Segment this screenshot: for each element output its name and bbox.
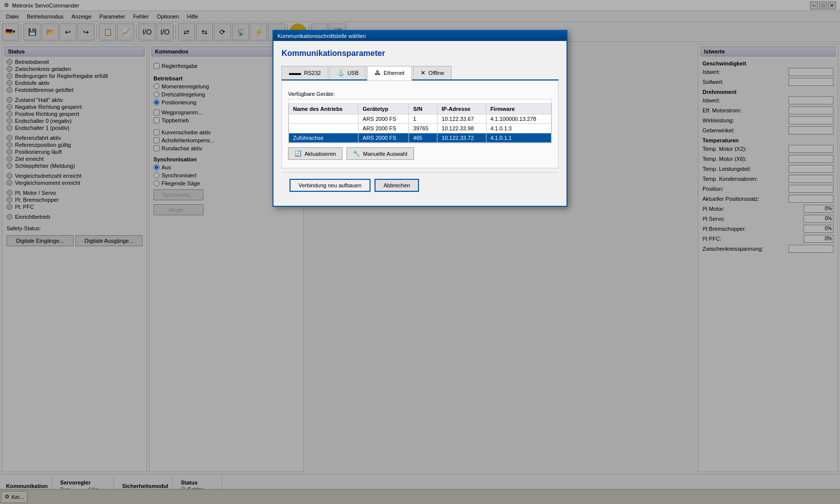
tab-rs232-label: RS232 <box>304 70 321 76</box>
row0-fw: 4.1.100000.13.278 <box>486 114 551 124</box>
manuelle-auswahl-button[interactable]: 🔧 Manuelle Auswahl <box>346 147 414 160</box>
row0-sn: 1 <box>409 114 438 124</box>
table-header-row: Name des Antriebs Gerätetyp S/N IP-Adres… <box>289 104 552 114</box>
aktualisieren-label: Aktualisieren <box>304 151 336 157</box>
dialog-overlay: Kommunikationsschnittstelle wählen Kommu… <box>0 0 840 504</box>
refresh-icon: 🔄 <box>294 150 302 157</box>
table-row[interactable]: ARS 2000 FS 1 10.122.33.67 4.1.100000.13… <box>289 114 552 124</box>
dialog-main-title: Kommunikationsparameter <box>282 49 558 58</box>
row0-ip: 10.122.33.67 <box>438 114 486 124</box>
rs232-icon: ▬▬ <box>289 69 301 76</box>
kommunikation-dialog: Kommunikationsschnittstelle wählen Kommu… <box>272 30 568 207</box>
row0-name <box>289 114 358 124</box>
dialog-title-bar: Kommunikationsschnittstelle wählen <box>274 31 566 41</box>
manuelle-auswahl-label: Manuelle Auswahl <box>363 151 408 157</box>
row2-name: Zuführachse <box>289 133 358 143</box>
row2-ip: 10.122.33.72 <box>438 133 486 143</box>
refresh-btn-row: 🔄 Aktualisieren 🔧 Manuelle Auswahl <box>288 143 552 162</box>
col-header-type: Gerätetyp <box>358 104 409 114</box>
tab-usb-label: USB <box>348 70 359 76</box>
col-header-fw: Firmware <box>486 104 551 114</box>
tab-offline-label: Offline <box>428 70 444 76</box>
row1-sn: 39765 <box>409 124 438 133</box>
ethernet-icon: 🖧 <box>374 69 380 76</box>
row2-type: ARS 2000 FS <box>358 133 409 143</box>
col-header-sn: S/N <box>409 104 438 114</box>
available-devices-label: Verfügbare Geräte: <box>288 91 552 97</box>
row2-sn: 465 <box>409 133 438 143</box>
row2-fw: 4.1.0.1.1 <box>486 133 551 143</box>
row1-fw: 4.1.0.1.3 <box>486 124 551 133</box>
dialog-tab-bar: ▬▬ RS232 ⚓ USB 🖧 Ethernet ✕ Offline <box>282 66 558 80</box>
usb-icon: ⚓ <box>337 69 344 76</box>
verbindung-aufbauen-button[interactable]: Verbindung neu aufbauen <box>290 179 370 192</box>
tab-offline[interactable]: ✕ Offline <box>413 66 452 79</box>
row1-type: ARS 2000 FS <box>358 124 409 133</box>
aktualisieren-button[interactable]: 🔄 Aktualisieren <box>288 147 342 160</box>
dialog-body: Kommunikationsparameter ▬▬ RS232 ⚓ USB 🖧… <box>274 41 566 206</box>
tab-ethernet-label: Ethernet <box>384 70 404 76</box>
device-table: Name des Antriebs Gerätetyp S/N IP-Adres… <box>288 103 552 143</box>
col-header-name: Name des Antriebs <box>289 104 358 114</box>
abbrechen-button[interactable]: Abbrechen <box>374 179 419 192</box>
tab-ethernet[interactable]: 🖧 Ethernet <box>367 66 412 80</box>
device-table-container[interactable]: Name des Antriebs Gerätetyp S/N IP-Adres… <box>288 99 552 143</box>
wrench-icon: 🔧 <box>353 150 360 157</box>
table-row-selected[interactable]: Zuführachse ARS 2000 FS 465 10.122.33.72… <box>289 133 552 143</box>
tab-rs232[interactable]: ▬▬ RS232 <box>282 66 328 79</box>
row1-ip: 10.122.33.98 <box>438 124 486 133</box>
tab-usb[interactable]: ⚓ USB <box>330 66 366 79</box>
col-header-ip: IP-Adresse <box>438 104 486 114</box>
table-row[interactable]: ARS 2000 FS 39765 10.122.33.98 4.1.0.1.3 <box>289 124 552 133</box>
dialog-buttons: Verbindung neu aufbauen Abbrechen <box>282 172 558 198</box>
row1-name <box>289 124 358 133</box>
row0-type: ARS 2000 FS <box>358 114 409 124</box>
dialog-title-text: Kommunikationsschnittstelle wählen <box>278 33 366 39</box>
offline-icon: ✕ <box>420 69 426 76</box>
